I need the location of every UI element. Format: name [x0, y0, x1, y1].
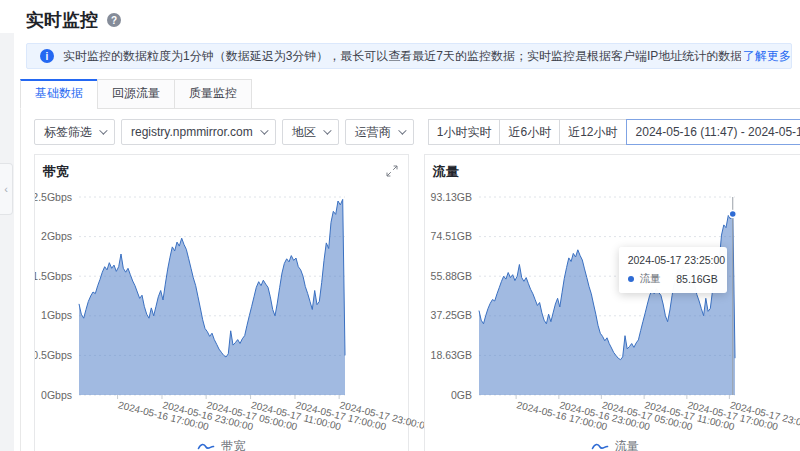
traffic-legend-item[interactable]: 流量: [591, 438, 639, 451]
svg-text:0Gbps: 0Gbps: [41, 389, 72, 401]
bandwidth-legend: 带宽: [35, 438, 408, 451]
tab-origin-traffic[interactable]: 回源流量: [97, 79, 175, 109]
info-banner: i 实时监控的数据粒度为1分钟（数据延迟为3分钟），最长可以查看最近7天的监控数…: [26, 43, 792, 69]
region-dropdown[interactable]: 地区: [282, 119, 339, 145]
svg-text:37.25GB: 37.25GB: [430, 309, 471, 321]
chevron-down-icon: [260, 126, 268, 134]
time-range-group: 1小时实时 近6小时 近12小时: [428, 119, 626, 145]
svg-text:55.88GB: 55.88GB: [430, 270, 471, 282]
left-gutter: [0, 33, 14, 451]
filter-bar: 标签筛选 registry.npmmirror.com 地区 运营商 1小时实时: [34, 119, 800, 145]
time-range-button-12h[interactable]: 近12小时: [559, 119, 626, 145]
svg-text:1Gbps: 1Gbps: [41, 309, 72, 321]
svg-text:2Gbps: 2Gbps: [41, 230, 72, 242]
svg-text:93.13GB: 93.13GB: [430, 191, 471, 203]
sidebar-collapse-handle[interactable]: ‹: [0, 163, 13, 215]
wave-icon: [591, 442, 609, 451]
chart-tooltip: 2024-05-17 23:25:00 流量 85.16GB: [619, 247, 727, 293]
chevron-left-icon: ‹: [4, 183, 8, 195]
date-range-input[interactable]: 2024-05-16 (11:47) - 2024-05-17 (23:47): [626, 119, 800, 145]
tooltip-series-label: 流量: [640, 272, 661, 286]
tab-bar: 基础数据 回源流量 质量监控: [20, 79, 800, 109]
chevron-down-icon: [99, 126, 107, 134]
domain-dropdown[interactable]: registry.npmmirror.com: [121, 119, 276, 145]
bandwidth-card: 带宽 2.5Gbps2Gbps1.5Gbps1Gbps0.5Gbps0Gbps2…: [34, 154, 409, 451]
tab-panel: 基础数据 回源流量 质量监控 标签筛选 registry.npmmirror.c…: [20, 79, 800, 451]
tab-basic-data[interactable]: 基础数据: [20, 79, 98, 109]
realtime-monitor-page: ‹ 实时监控 ? i 实时监控的数据粒度为1分钟（数据延迟为3分钟），最长可以查…: [0, 0, 800, 451]
info-icon: i: [40, 49, 54, 63]
isp-dropdown[interactable]: 运营商: [345, 119, 414, 145]
traffic-legend: 流量: [425, 438, 800, 451]
bandwidth-chart[interactable]: 2.5Gbps2Gbps1.5Gbps1Gbps0.5Gbps0Gbps2024…: [35, 155, 427, 433]
chevron-down-icon: [398, 126, 406, 134]
bandwidth-legend-item[interactable]: 带宽: [197, 438, 245, 451]
svg-text:2.5Gbps: 2.5Gbps: [35, 191, 72, 203]
traffic-chart[interactable]: 93.13GB74.51GB55.88GB37.25GB18.63GB0GB20…: [425, 155, 800, 433]
tab-quality-monitor[interactable]: 质量监控: [174, 79, 252, 109]
help-icon[interactable]: ?: [107, 13, 121, 27]
time-range-button-6h[interactable]: 近6小时: [499, 119, 560, 145]
traffic-card: 流量 93.13GB74.51GB55.88GB37.25GB18.63GB0G…: [424, 154, 800, 451]
chevron-down-icon: [323, 126, 331, 134]
svg-text:1.5Gbps: 1.5Gbps: [35, 270, 72, 282]
banner-text: 实时监控的数据粒度为1分钟（数据延迟为3分钟），最长可以查看最近7天的监控数据；…: [63, 48, 741, 65]
svg-text:18.63GB: 18.63GB: [430, 349, 471, 361]
wave-icon: [197, 442, 215, 451]
charts-row: 带宽 2.5Gbps2Gbps1.5Gbps1Gbps0.5Gbps0Gbps2…: [34, 154, 800, 451]
tooltip-series-dot: [628, 276, 634, 282]
time-range-button-1h-realtime[interactable]: 1小时实时: [428, 119, 501, 145]
svg-text:0GB: 0GB: [451, 389, 472, 401]
tag-filter-dropdown[interactable]: 标签筛选: [34, 119, 115, 145]
tooltip-time: 2024-05-17 23:25:00: [628, 254, 718, 266]
svg-text:74.51GB: 74.51GB: [430, 230, 471, 242]
svg-text:0.5Gbps: 0.5Gbps: [35, 349, 72, 361]
page-title: 实时监控: [26, 8, 98, 32]
tooltip-value: 85.16GB: [676, 273, 717, 285]
panel-body: 标签筛选 registry.npmmirror.com 地区 运营商 1小时实时: [20, 109, 800, 451]
learn-more-link[interactable]: 了解更多: [743, 48, 791, 65]
